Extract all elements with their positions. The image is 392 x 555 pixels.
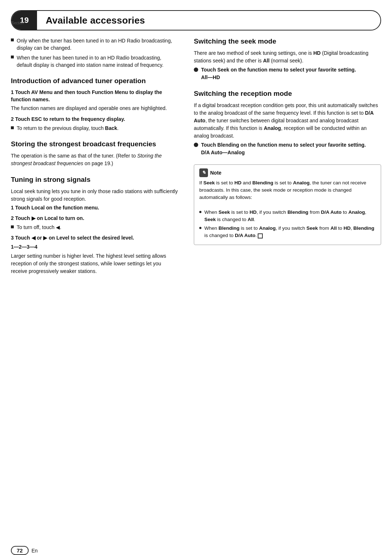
circle-dot-reception — [194, 143, 198, 147]
reception-mode-circle-text: Touch Blending on the function menu to s… — [201, 141, 366, 156]
tuning-step-2-title: 2 Touch ▶ on Local to turn on. — [11, 215, 178, 222]
header-bar: 19 Available accessories — [11, 10, 381, 30]
seek-mode-body: There are two method of seek tuning sett… — [194, 49, 381, 65]
seek-mode-circle-bullet: Touch Seek on the function menu to selec… — [194, 66, 381, 81]
dot-bullet-2 — [199, 227, 201, 229]
tuning-step-2-bullet: To turn off, touch ◀. — [11, 224, 178, 231]
page-number: 72 — [11, 546, 29, 555]
note-item-1: When Seek is set to HD, if you switch Bl… — [199, 209, 376, 224]
dot-bullet-1 — [199, 211, 201, 213]
section-storing-broadcast: Storing the strongest broadcast frequenc… — [11, 140, 178, 167]
section-seek-mode: Switching the seek mode There are two me… — [194, 37, 381, 81]
intro-bullet-text-2: When the tuner has been tuned in to an H… — [17, 54, 178, 69]
reception-mode-heading: Switching the reception mode — [194, 89, 381, 98]
tuning-step-1-title: 1 Touch Local on the function menu. — [11, 204, 178, 212]
main-content: Only when the tuner has been tuned in to… — [11, 30, 381, 283]
intro-bullets: Only when the tuner has been tuned in to… — [11, 37, 178, 69]
tuning-strong-body: Local seek tuning lets you tune in only … — [11, 188, 178, 203]
footer-lang: En — [32, 548, 38, 554]
note-body: If Seek is set to HD and Blending is set… — [199, 179, 376, 240]
seek-mode-heading: Switching the seek mode — [194, 37, 381, 46]
tuning-level: 1—2—3—4 — [11, 243, 178, 251]
intro-tuner-heading: Introduction of advanced tuner operation — [11, 77, 178, 85]
section-reception-mode: Switching the reception mode If a digita… — [194, 89, 381, 156]
section-number: 19 — [12, 11, 37, 30]
note-intro: If Seek is set to HD and Blending is set… — [199, 179, 376, 201]
tuning-step-1: 1 Touch Local on the function menu. — [11, 204, 178, 212]
note-icon: ✎ — [199, 168, 208, 177]
step-2-title: 2 Touch ESC to return to the frequency d… — [11, 116, 178, 123]
section-intro-tuner: Introduction of advanced tuner operation… — [11, 77, 178, 132]
step-1-title: 1 Touch AV Menu and then touch Function … — [11, 89, 178, 103]
bullet-icon-1 — [11, 38, 14, 41]
reception-mode-circle-bullet: Touch Blending on the function menu to s… — [194, 141, 381, 156]
tuning-strong-heading: Tuning in strong signals — [11, 175, 178, 184]
right-column: Switching the seek mode There are two me… — [189, 37, 381, 283]
header-title: Available accessories — [37, 15, 145, 26]
note-header: ✎ Note — [199, 168, 376, 177]
intro-bullet-2: When the tuner has been tuned in to an H… — [11, 54, 178, 69]
bullet-icon-2 — [11, 56, 14, 58]
reception-mode-body: If a digital broadcast reception conditi… — [194, 102, 381, 140]
intro-bullet-1: Only when the tuner has been tuned in to… — [11, 37, 178, 52]
seek-mode-circle-text: Touch Seek on the function menu to selec… — [201, 66, 356, 81]
bullet-icon-tuning2 — [11, 225, 14, 228]
section-tuning-strong: Tuning in strong signals Local seek tuni… — [11, 175, 178, 275]
section-label: Section — [12, 21, 24, 25]
tuning-step-3-body: Larger setting number is higher level. T… — [11, 252, 178, 275]
tuning-step-2-bullet-text: To turn off, touch ◀. — [17, 224, 61, 231]
storing-broadcast-heading: Storing the strongest broadcast frequenc… — [11, 140, 178, 148]
note-item-2: When Blending is set to Analog, if you s… — [199, 225, 376, 240]
step-2: 2 Touch ESC to return to the frequency d… — [11, 116, 178, 132]
circle-dot-seek — [194, 68, 198, 72]
step-1: 1 Touch AV Menu and then touch Function … — [11, 89, 178, 112]
tuning-step-3: 3 Touch ◀ or ▶ on Level to select the de… — [11, 234, 178, 275]
page: Section 19 Available accessories Only wh… — [0, 10, 392, 555]
storing-broadcast-body: The operation is the same as that of the… — [11, 152, 178, 167]
note-item-1-text: When Seek is set to HD, if you switch Bl… — [204, 209, 376, 224]
step-1-body: The function names are displayed and ope… — [11, 105, 178, 112]
note-label: Note — [210, 170, 221, 176]
step-2-bullet: To return to the previous display, touch… — [11, 125, 178, 132]
left-column: Only when the tuner has been tuned in to… — [11, 37, 189, 283]
tuning-step-3-title: 3 Touch ◀ or ▶ on Level to select the de… — [11, 234, 178, 242]
intro-bullet-text-1: Only when the tuner has been tuned in to… — [17, 37, 178, 52]
footer: 72 En — [11, 546, 38, 555]
note-item-2-text: When Blending is set to Analog, if you s… — [204, 225, 376, 240]
end-of-section-icon — [258, 233, 263, 238]
bullet-icon-step2 — [11, 126, 14, 129]
note-box: ✎ Note If Seek is set to HD and Blending… — [194, 164, 381, 245]
step-2-bullet-text: To return to the previous display, touch… — [17, 125, 119, 132]
tuning-step-2: 2 Touch ▶ on Local to turn on. To turn o… — [11, 215, 178, 231]
